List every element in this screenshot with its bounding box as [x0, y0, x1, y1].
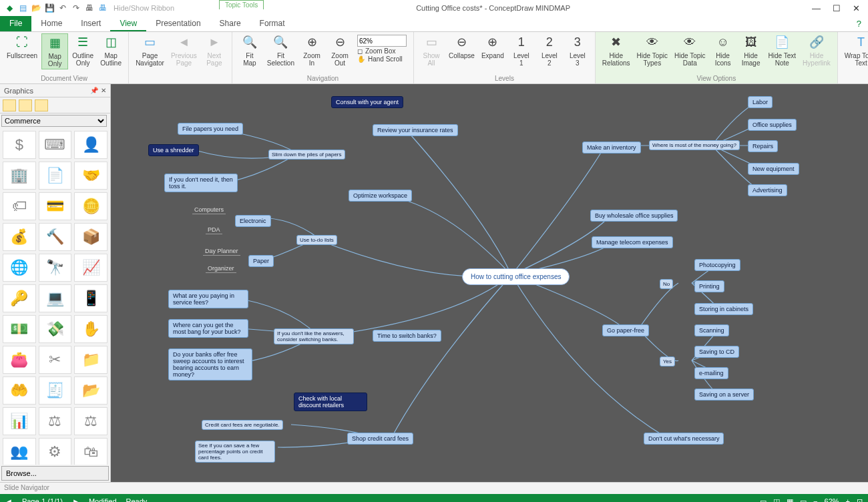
clipart-item[interactable]: 📊: [3, 407, 36, 435]
topic[interactable]: Saving on a server: [694, 389, 754, 401]
clipart-item[interactable]: 🌐: [3, 254, 36, 282]
clipart-item[interactable]: 👤: [74, 131, 107, 159]
page-navigator-button[interactable]: ▭Page Navigator: [133, 33, 167, 68]
maximize-icon[interactable]: ☐: [833, 3, 841, 13]
pin-icon[interactable]: 📌: [90, 87, 98, 94]
clipart-item[interactable]: 👥: [3, 438, 36, 465]
clipart-item[interactable]: ⌨: [39, 131, 72, 159]
topic[interactable]: Where is most of the money going?: [649, 140, 740, 150]
topic[interactable]: Make an inventory: [582, 142, 641, 154]
status-icon[interactable]: ▦: [787, 497, 793, 503]
clipart-item[interactable]: 💸: [39, 315, 72, 343]
topic[interactable]: Labor: [748, 96, 773, 108]
collapse-button[interactable]: ⊖Collapse: [446, 33, 477, 61]
tab-insert[interactable]: Insert: [71, 16, 110, 31]
zoom-out-button[interactable]: ⊖Zoom Out: [327, 33, 353, 68]
clipart-item[interactable]: 📂: [74, 376, 107, 405]
clipart-item[interactable]: 📱: [74, 284, 107, 312]
tab-view[interactable]: View: [110, 16, 146, 31]
topic[interactable]: What are you paying in service fees?: [168, 290, 248, 308]
hide-text-note-button[interactable]: 📄Hide Text Note: [766, 33, 799, 68]
hide-relations-button[interactable]: ✖Hide Relations: [600, 33, 633, 68]
open-icon[interactable]: 📂: [31, 3, 41, 13]
clipart-item[interactable]: ✋: [74, 315, 107, 343]
save-icon[interactable]: 💾: [44, 3, 55, 13]
panel-tool-3[interactable]: [35, 99, 48, 111]
topic[interactable]: Electronic: [235, 215, 271, 227]
close-icon[interactable]: ✕: [853, 3, 860, 13]
topic[interactable]: File papers you need: [178, 123, 243, 135]
topic[interactable]: Saving to CD: [694, 346, 739, 358]
topic[interactable]: e-mailing: [694, 367, 728, 379]
clipart-item[interactable]: 🤲: [3, 376, 36, 405]
topic[interactable]: Use a shredder: [148, 144, 199, 156]
topic[interactable]: No: [660, 279, 673, 289]
topic[interactable]: Yes: [660, 356, 675, 366]
clipart-item[interactable]: $: [3, 131, 36, 159]
clipart-item[interactable]: 🔨: [39, 223, 72, 251]
map-only-button[interactable]: ▦Map Only: [41, 33, 68, 69]
redo-icon[interactable]: ↷: [71, 3, 81, 13]
level2-button[interactable]: 2Level 2: [536, 33, 563, 68]
clipart-item[interactable]: 💰: [3, 223, 36, 251]
prev-arrow-icon[interactable]: ◄: [5, 497, 13, 502]
outline-only-button[interactable]: ☰Outline Only: [69, 33, 96, 68]
print-icon[interactable]: 🖶: [84, 3, 95, 13]
minimize-icon[interactable]: —: [812, 3, 821, 13]
clipart-item[interactable]: 📁: [74, 346, 107, 374]
clipart-item[interactable]: 📦: [74, 223, 107, 251]
canvas[interactable]: How to cutting office expenses Consult w…: [111, 84, 868, 482]
fit-map-button[interactable]: 🔍Fit Map: [236, 33, 263, 68]
clipart-item[interactable]: 📈: [74, 254, 107, 282]
topic[interactable]: Advertising: [748, 184, 787, 196]
panel-tool-1[interactable]: [3, 99, 16, 111]
topic[interactable]: Shop credit card fees: [347, 433, 413, 445]
clipart-item[interactable]: ⚙: [39, 438, 72, 465]
clipart-item[interactable]: ⚖: [39, 407, 72, 435]
topic[interactable]: Repairs: [748, 140, 778, 152]
status-fit-icon[interactable]: ⊡: [857, 497, 863, 503]
panel-tool-2[interactable]: [19, 99, 32, 111]
map-outline-button[interactable]: ◫Map Outline: [97, 33, 124, 68]
topic[interactable]: Time to switch banks?: [373, 330, 441, 342]
topic-tools-tab[interactable]: Topic Tools: [219, 0, 264, 9]
clipart-item[interactable]: 🤝: [74, 162, 107, 190]
hide-image-button[interactable]: 🖼Hide Image: [738, 33, 765, 68]
clipart-item[interactable]: 🧾: [39, 376, 72, 405]
status-zoom-in-icon[interactable]: +: [846, 497, 850, 502]
zoom-select[interactable]: [357, 35, 407, 47]
slide-navigator[interactable]: Slide Navigator: [0, 482, 868, 494]
hide-topic-types-button[interactable]: 👁Hide Topic Types: [634, 33, 671, 68]
fit-selection-button[interactable]: 🔍Fit Selection: [264, 33, 297, 68]
topic[interactable]: Review your insurance rates: [373, 124, 458, 136]
topic[interactable]: Manage telecom expenses: [592, 236, 673, 248]
wrap-topic-button[interactable]: TWrap Topic Text: [842, 33, 868, 68]
topic[interactable]: Office supplies: [748, 119, 797, 131]
print-preview-icon[interactable]: 🖶: [97, 3, 108, 13]
topic[interactable]: If you don't like the answers, consider …: [274, 328, 354, 344]
topic[interactable]: Go paper-free: [602, 324, 649, 336]
status-icon[interactable]: ▭: [800, 497, 807, 503]
topic[interactable]: Computers: [192, 206, 226, 214]
browse-button[interactable]: Browse...: [1, 466, 109, 481]
topic[interactable]: Do your banks offer free sweep accounts …: [168, 348, 252, 381]
clipart-item[interactable]: 🛍: [74, 438, 107, 465]
tab-home[interactable]: Home: [31, 16, 71, 31]
hand-scroll-button[interactable]: ✋Hand Scroll: [357, 55, 407, 63]
topic[interactable]: Scanning: [694, 324, 729, 336]
tab-format[interactable]: Format: [250, 16, 294, 31]
topic[interactable]: Paper: [248, 255, 274, 267]
topic[interactable]: Buy wholesale office supplies: [590, 210, 678, 222]
panel-close-icon[interactable]: ✕: [101, 87, 106, 94]
clipart-item[interactable]: 🔑: [3, 284, 36, 312]
hide-ribbon-link[interactable]: Hide/Show Ribbon: [114, 4, 174, 12]
tab-presentation[interactable]: Presentation: [146, 16, 210, 31]
new-icon[interactable]: ▤: [17, 3, 28, 13]
level1-button[interactable]: 1Level 1: [508, 33, 535, 68]
topic[interactable]: Photocopying: [694, 259, 740, 271]
file-menu[interactable]: File: [0, 16, 31, 31]
topic-center[interactable]: How to cutting office expenses: [462, 268, 570, 285]
level3-button[interactable]: 3Level 3: [564, 33, 591, 68]
expand-button[interactable]: ⊕Expand: [479, 33, 507, 61]
zoom-box-button[interactable]: ◻Zoom Box: [357, 47, 407, 55]
